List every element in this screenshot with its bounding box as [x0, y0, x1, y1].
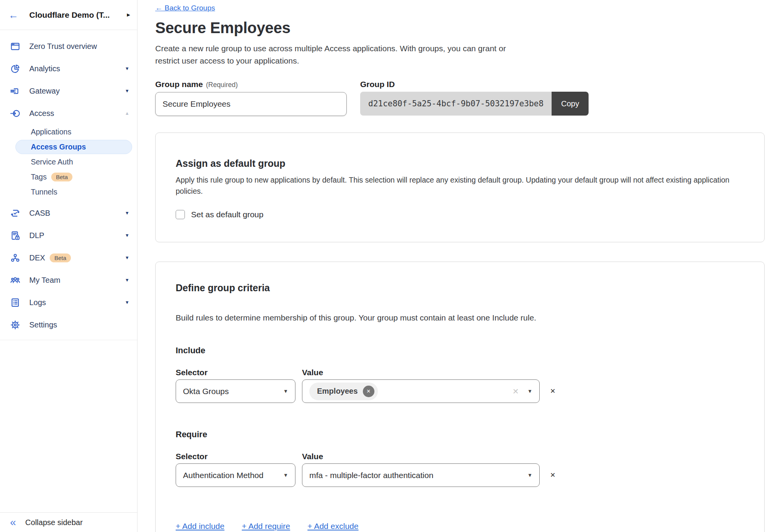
- include-selector-label: Selector: [176, 368, 302, 378]
- sidebar-subitem-label: Applications: [31, 128, 71, 136]
- sync-check-icon: [10, 208, 20, 218]
- sidebar-nav: Zero Trust overview Analytics ▼ Gateway: [0, 30, 137, 340]
- back-arrow-icon[interactable]: ←: [8, 10, 18, 20]
- require-value-label: Value: [302, 451, 323, 462]
- value-tag: Employees ✕: [309, 383, 378, 400]
- include-selector-value: Okta Groups: [183, 387, 229, 396]
- default-group-card-title: Assign as default group: [176, 158, 744, 169]
- sidebar-item-my-team[interactable]: My Team ▼: [0, 269, 137, 291]
- sidebar-item-label: Access: [29, 109, 54, 118]
- list-page-icon: [10, 297, 20, 308]
- sidebar-item-logs[interactable]: Logs ▼: [0, 291, 137, 314]
- remove-tag-icon[interactable]: ✕: [363, 386, 374, 397]
- set-default-group-checkbox[interactable]: [176, 210, 185, 219]
- remove-include-rule-button[interactable]: ✕: [550, 387, 555, 395]
- sidebar-item-analytics[interactable]: Analytics ▼: [0, 57, 137, 80]
- sidebar-subitem-label: Tunnels: [31, 188, 57, 196]
- require-rule-row: Authentication Method ▼ mfa - multiple-f…: [176, 463, 744, 487]
- sidebar-item-zero-trust-overview[interactable]: Zero Trust overview: [0, 35, 137, 57]
- sidebar-item-access-groups[interactable]: Access Groups: [0, 139, 137, 154]
- require-value-text: mfa - multiple-factor authentication: [309, 471, 433, 480]
- zero-trust-dashboard: ← Cloudflare Demo (T... ▶ Zero Trust ove…: [0, 0, 770, 532]
- sidebar-item-gateway[interactable]: Gateway ▼: [0, 80, 137, 102]
- sidebar-item-tags[interactable]: Tags Beta: [0, 170, 137, 185]
- account-switcher[interactable]: ← Cloudflare Demo (T... ▶: [0, 0, 137, 30]
- include-value-label: Value: [302, 368, 323, 378]
- account-name: Cloudflare Demo (T...: [29, 10, 110, 20]
- beta-badge: Beta: [51, 173, 72, 181]
- login-arrow-icon: [10, 108, 20, 119]
- value-tag-label: Employees: [317, 387, 358, 396]
- document-lock-icon: [10, 230, 20, 241]
- chevron-down-icon: ▼: [125, 88, 129, 94]
- require-heading: Require: [176, 429, 744, 440]
- remove-require-rule-button[interactable]: ✕: [550, 471, 555, 479]
- sidebar-item-settings[interactable]: Settings: [0, 314, 137, 336]
- chevron-right-icon: ▶: [127, 12, 130, 17]
- group-name-input[interactable]: [155, 92, 347, 116]
- sidebar-subitem-label: Service Auth: [31, 158, 73, 166]
- criteria-card: Define group criteria Build rules to det…: [155, 262, 765, 532]
- clear-values-icon[interactable]: ✕: [512, 387, 519, 396]
- chevron-down-icon: ▼: [527, 388, 532, 394]
- sidebar-item-label: Logs: [29, 298, 46, 307]
- double-chevron-left-icon: «: [10, 517, 16, 528]
- chevron-up-icon: ▲: [125, 111, 129, 116]
- require-selector-dropdown[interactable]: Authentication Method ▼: [176, 463, 295, 487]
- sidebar: ← Cloudflare Demo (T... ▶ Zero Trust ove…: [0, 0, 138, 532]
- sidebar-item-casb[interactable]: CASB ▼: [0, 202, 137, 224]
- copy-button[interactable]: Copy: [552, 92, 589, 116]
- chevron-down-icon: ▼: [125, 66, 129, 71]
- sidebar-subitem-label: Tags: [31, 173, 47, 181]
- criteria-card-description: Build rules to determine membership of t…: [176, 313, 744, 323]
- main-content: ← Back to Groups Secure Employees Create…: [138, 0, 770, 532]
- gateway-icon: [10, 86, 20, 96]
- include-heading: Include: [176, 345, 744, 356]
- sidebar-item-tunnels[interactable]: Tunnels: [0, 185, 137, 200]
- sidebar-item-service-auth[interactable]: Service Auth: [0, 154, 137, 170]
- require-selector-label: Selector: [176, 451, 302, 462]
- add-require-link[interactable]: + Add require: [242, 521, 290, 532]
- window-icon: [10, 41, 20, 52]
- back-to-groups-link[interactable]: ← Back to Groups: [155, 4, 215, 12]
- chevron-down-icon: ▼: [125, 300, 129, 305]
- set-default-group-label: Set as default group: [191, 210, 263, 219]
- sidebar-item-label: Analytics: [29, 64, 60, 73]
- chevron-down-icon: ▼: [125, 255, 129, 260]
- chevron-down-icon: ▼: [283, 472, 288, 478]
- pie-chart-icon: [10, 64, 20, 74]
- sidebar-item-dex[interactable]: DEX Beta ▼: [0, 247, 137, 269]
- collapse-sidebar-button[interactable]: « Collapse sidebar: [0, 512, 137, 532]
- sidebar-item-access[interactable]: Access ▲: [0, 102, 137, 124]
- sidebar-item-label: DLP: [29, 231, 44, 240]
- chevron-down-icon: ▼: [125, 233, 129, 238]
- chevron-down-icon: ▼: [125, 210, 129, 216]
- sidebar-item-applications[interactable]: Applications: [0, 124, 137, 139]
- sidebar-item-label: Settings: [29, 321, 57, 329]
- page-description: Create a new rule group to use across mu…: [155, 42, 527, 67]
- default-group-card-description: Apply this rule group to new application…: [176, 175, 744, 197]
- group-name-label-text: Group name: [155, 80, 203, 89]
- require-value-dropdown[interactable]: mfa - multiple-factor authentication ▼: [302, 463, 540, 487]
- beta-badge: Beta: [50, 253, 71, 262]
- criteria-card-title: Define group criteria: [176, 282, 744, 294]
- sidebar-item-label: Gateway: [29, 87, 60, 96]
- require-selector-value: Authentication Method: [183, 471, 263, 480]
- chevron-down-icon: ▼: [125, 277, 129, 283]
- collapse-sidebar-label: Collapse sidebar: [25, 518, 83, 527]
- chevron-down-icon: ▼: [283, 388, 288, 394]
- rule-actions: + Add include + Add require + Add exclud…: [176, 521, 744, 532]
- sidebar-subitem-label: Access Groups: [31, 143, 86, 151]
- include-value-multiselect[interactable]: Employees ✕ ✕ ▼: [302, 379, 540, 403]
- default-group-card: Assign as default group Apply this rule …: [155, 133, 765, 242]
- add-include-link[interactable]: + Add include: [176, 521, 225, 532]
- group-name-id-row: Group name(Required) Group ID d21ce80f-5…: [155, 79, 765, 116]
- include-selector-dropdown[interactable]: Okta Groups ▼: [176, 379, 295, 403]
- sidebar-divider: [0, 340, 137, 340]
- sidebar-item-dlp[interactable]: DLP ▼: [0, 224, 137, 247]
- sidebar-item-label: My Team: [29, 276, 60, 285]
- gear-icon: [10, 320, 20, 330]
- chevron-down-icon: ▼: [527, 472, 532, 478]
- include-rule-row: Okta Groups ▼ Employees ✕ ✕ ▼ ✕: [176, 379, 744, 403]
- add-exclude-link[interactable]: + Add exclude: [307, 521, 359, 532]
